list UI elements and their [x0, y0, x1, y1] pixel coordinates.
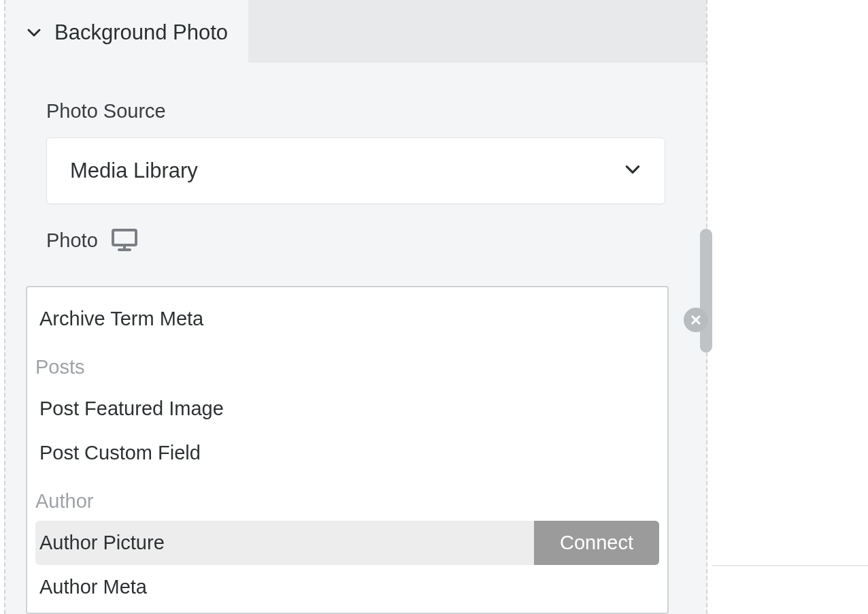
tab-background-photo[interactable]: Background Photo [5, 0, 248, 63]
photo-label-text: Photo [46, 229, 98, 252]
photo-source-field: Photo Source Media Library [46, 100, 665, 204]
photo-connection-dropdown[interactable]: Archive Term Meta Posts Post Featured Im… [26, 286, 669, 614]
photo-source-select[interactable]: Media Library [46, 138, 665, 204]
connect-button[interactable]: Connect [534, 521, 659, 565]
photo-source-value: Media Library [70, 159, 198, 183]
dropdown-item-author-meta[interactable]: Author Meta [35, 565, 659, 609]
chevron-down-icon [624, 161, 641, 181]
dropdown-item-label: Author Meta [39, 576, 147, 598]
dropdown-item-label: Author Picture [39, 532, 530, 554]
tab-bar: Background Photo [5, 0, 706, 63]
tab-label: Background Photo [54, 20, 228, 45]
dropdown-item-label: Post Custom Field [39, 442, 201, 464]
divider [712, 565, 868, 566]
dropdown-group-label: Posts [35, 341, 659, 387]
dropdown-group-label: Author [35, 475, 659, 521]
dropdown-item-label: Post Featured Image [39, 398, 224, 420]
settings-panel: Background Photo Photo Source Media Libr… [4, 0, 707, 614]
photo-source-label: Photo Source [46, 100, 665, 123]
dropdown-group-label: User [35, 609, 659, 614]
dropdown-group-author: Author Author Picture Connect Author Met… [35, 475, 659, 609]
dropdown-group-posts: Posts Post Featured Image Post Custom Fi… [35, 341, 659, 475]
monitor-icon[interactable] [112, 229, 137, 252]
dropdown-item-author-picture[interactable]: Author Picture Connect [35, 521, 659, 565]
dropdown-item-archive-term-meta[interactable]: Archive Term Meta [35, 297, 659, 341]
svg-rect-0 [113, 230, 136, 245]
scrollbar-thumb[interactable] [700, 229, 712, 353]
photo-field: Photo [46, 229, 665, 252]
dropdown-item-post-featured-image[interactable]: Post Featured Image [35, 387, 659, 431]
chevron-down-icon [26, 25, 42, 41]
photo-label: Photo [46, 229, 665, 252]
dropdown-item-label: Archive Term Meta [39, 308, 203, 330]
close-icon[interactable] [684, 308, 708, 332]
dropdown-group-user: User [35, 609, 659, 614]
panel-content: Photo Source Media Library Photo [5, 63, 706, 252]
dropdown-item-post-custom-field[interactable]: Post Custom Field [35, 431, 659, 475]
